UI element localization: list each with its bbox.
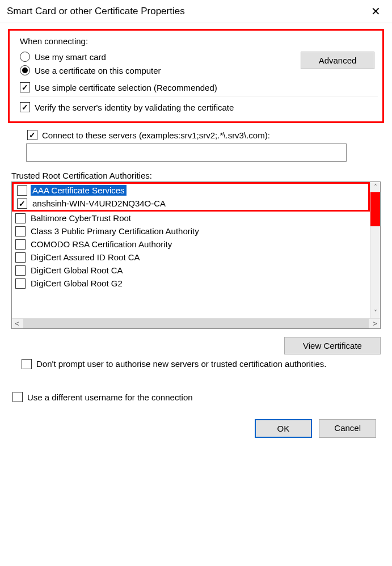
checkbox-verify-identity-label: Verify the server's identity by validati… bbox=[35, 103, 234, 112]
vertical-scrollbar[interactable]: ˄ ˅ bbox=[370, 182, 380, 318]
checkbox-connect-servers[interactable] bbox=[27, 130, 37, 140]
scroll-left-icon[interactable]: < bbox=[12, 320, 22, 328]
checkbox-dont-prompt[interactable] bbox=[22, 359, 32, 369]
ca-label: DigiCert Global Root G2 bbox=[29, 278, 124, 289]
hscroll-track[interactable] bbox=[23, 319, 369, 328]
dialog-content: When connecting: Use my smart card Use a… bbox=[0, 23, 392, 438]
trusted-root-label: Trusted Root Certification Authorities: bbox=[11, 171, 384, 180]
servers-input[interactable] bbox=[26, 143, 347, 162]
ca-list-item[interactable]: DigiCert Global Root G2 bbox=[12, 277, 370, 290]
radio-use-smart-card-label: Use my smart card bbox=[35, 52, 106, 62]
checkbox-different-username[interactable] bbox=[12, 392, 23, 402]
radio-use-computer-cert[interactable] bbox=[20, 65, 30, 75]
ca-label: DigiCert Assured ID Root CA bbox=[29, 252, 142, 263]
scroll-right-icon[interactable]: > bbox=[370, 320, 380, 328]
divider bbox=[20, 96, 378, 96]
checkbox-verify-identity[interactable] bbox=[20, 102, 30, 112]
ca-list-item[interactable]: COMODO RSA Certification Authority bbox=[12, 238, 370, 251]
ok-button[interactable]: OK bbox=[255, 419, 313, 438]
highlight-box-list bbox=[370, 192, 380, 226]
when-connecting-label: When connecting: bbox=[20, 36, 378, 46]
advanced-button[interactable]: Advanced bbox=[301, 52, 374, 69]
ca-checkbox[interactable] bbox=[15, 213, 26, 223]
ca-label: Class 3 Public Primary Certification Aut… bbox=[29, 226, 201, 236]
scroll-up-icon[interactable]: ˄ bbox=[374, 182, 377, 192]
ca-label: COMODO RSA Certification Authority bbox=[29, 239, 174, 250]
ca-list-item[interactable]: DigiCert Assured ID Root CA bbox=[12, 251, 370, 264]
scroll-down-icon[interactable]: ˅ bbox=[374, 308, 377, 318]
highlight-box-connecting: When connecting: Use my smart card Use a… bbox=[8, 29, 384, 123]
checkbox-dont-prompt-label: Don't prompt user to authorise new serve… bbox=[36, 359, 326, 369]
ca-checkbox[interactable] bbox=[17, 185, 27, 196]
radio-use-smart-card[interactable] bbox=[20, 52, 30, 62]
ca-list-item[interactable]: DigiCert Global Root CA bbox=[12, 264, 370, 277]
ca-label: anshsinh-WIN-V4URD2NQ34O-CA bbox=[31, 198, 167, 209]
ca-checkbox[interactable] bbox=[15, 226, 26, 236]
checkbox-simple-selection-label: Use simple certificate selection (Recomm… bbox=[35, 83, 217, 92]
ca-checkbox[interactable] bbox=[15, 252, 26, 263]
ca-list-item[interactable]: Baltimore CyberTrust Root bbox=[12, 212, 370, 225]
close-icon[interactable]: ✕ bbox=[365, 3, 386, 19]
horizontal-scrollbar[interactable]: < > bbox=[12, 318, 380, 328]
ca-checkbox[interactable] bbox=[17, 198, 27, 209]
ca-checkbox[interactable] bbox=[15, 239, 26, 250]
checkbox-simple-selection[interactable] bbox=[20, 82, 30, 92]
ca-label: DigiCert Global Root CA bbox=[29, 265, 125, 276]
ca-list-item[interactable]: AAA Certificate Services bbox=[14, 184, 368, 197]
ca-checkbox[interactable] bbox=[15, 265, 26, 276]
ca-list-item[interactable]: anshsinh-WIN-V4URD2NQ34O-CA bbox=[14, 197, 368, 210]
checkbox-connect-servers-label: Connect to these servers (examples:srv1;… bbox=[42, 130, 270, 140]
title-bar: Smart Card or other Certificate Properti… bbox=[0, 0, 392, 23]
ca-list-item[interactable]: Class 3 Public Primary Certification Aut… bbox=[12, 225, 370, 238]
view-certificate-button[interactable]: View Certificate bbox=[284, 337, 381, 354]
radio-use-computer-cert-label: Use a certificate on this computer bbox=[35, 66, 161, 75]
checkbox-different-username-label: Use a different username for the connect… bbox=[27, 392, 193, 402]
trusted-root-listbox[interactable]: AAA Certificate Servicesanshsinh-WIN-V4U… bbox=[11, 181, 381, 329]
ca-checkbox[interactable] bbox=[15, 278, 26, 289]
cancel-button[interactable]: Cancel bbox=[319, 419, 376, 438]
ca-label: Baltimore CyberTrust Root bbox=[29, 213, 133, 223]
ca-label: AAA Certificate Services bbox=[31, 185, 127, 196]
dialog-title: Smart Card or other Certificate Properti… bbox=[7, 6, 185, 17]
